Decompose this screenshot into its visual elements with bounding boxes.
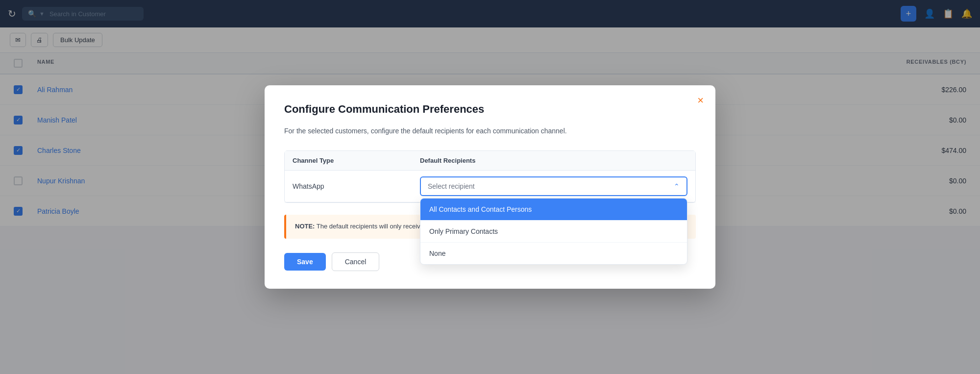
cancel-button[interactable]: Cancel: [332, 252, 380, 271]
modal-overlay: × Configure Communication Preferences Fo…: [0, 0, 980, 374]
recipient-select-cell: Select recipient ⌃ All Contacts and Cont…: [412, 171, 695, 202]
select-placeholder: Select recipient: [428, 182, 475, 190]
col-default-recipients: Default Recipients: [412, 151, 695, 170]
dropdown-item-primary-contacts[interactable]: Only Primary Contacts: [420, 221, 687, 242]
modal-close-button[interactable]: ×: [697, 95, 704, 106]
configure-modal: × Configure Communication Preferences Fo…: [265, 85, 715, 288]
dropdown-item-all-contacts[interactable]: All Contacts and Contact Persons: [420, 199, 687, 220]
note-label: NOTE:: [295, 223, 315, 230]
modal-title: Configure Communication Preferences: [284, 103, 696, 116]
chevron-up-icon: ⌃: [674, 182, 680, 190]
save-button[interactable]: Save: [284, 253, 326, 271]
col-channel-type: Channel Type: [285, 151, 412, 170]
recipient-dropdown-menu: All Contacts and Contact Persons Only Pr…: [420, 198, 687, 265]
dropdown-item-none[interactable]: None: [420, 243, 687, 264]
channel-type-value: WhatsApp: [285, 176, 412, 196]
recipient-select-wrapper: Select recipient ⌃ All Contacts and Cont…: [420, 176, 687, 196]
channel-config-table: Channel Type Default Recipients WhatsApp…: [284, 150, 696, 203]
modal-description: For the selected customers, configure th…: [284, 125, 696, 136]
recipient-select[interactable]: Select recipient ⌃: [420, 176, 687, 196]
whatsapp-row: WhatsApp Select recipient ⌃ All Contacts…: [285, 171, 695, 202]
modal-table-header: Channel Type Default Recipients: [285, 151, 695, 171]
